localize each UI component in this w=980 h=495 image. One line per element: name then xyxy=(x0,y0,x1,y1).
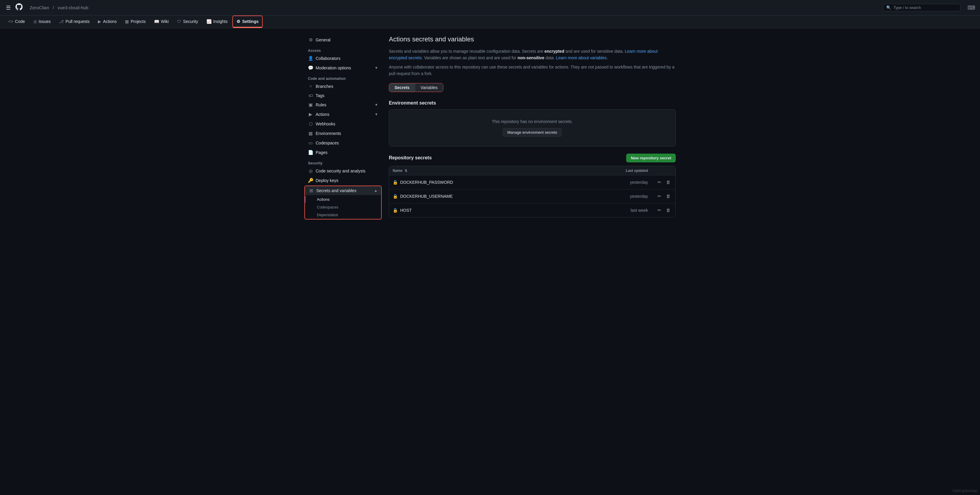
sidebar-sub-dependabot[interactable]: Dependabot xyxy=(305,211,381,219)
breadcrumb-repo[interactable]: vue3-cloud-hub xyxy=(58,5,88,10)
lock-icon: 🔒 xyxy=(393,180,398,185)
repo-secrets-header: Repository secrets New repository secret xyxy=(389,154,676,162)
table-row: 🔒 HOST last week ✏ 🗑 xyxy=(389,203,675,217)
sidebar-sub-actions[interactable]: Actions xyxy=(305,196,381,203)
pullrequest-icon: ⎇ xyxy=(59,19,64,24)
tab-settings[interactable]: ⚙ Settings xyxy=(233,16,262,27)
tab-issues[interactable]: ◎ Issues xyxy=(30,16,54,27)
tab-insights[interactable]: 📈 Insights xyxy=(203,16,231,27)
security-icon: 🛡 xyxy=(177,19,181,24)
nav-tabs: <> Code ◎ Issues ⎇ Pull requests ▶ Actio… xyxy=(0,16,980,28)
issues-icon: ◎ xyxy=(33,19,37,24)
sidebar-item-codespaces[interactable]: ▭ Codespaces xyxy=(304,139,382,147)
moderation-icon: 💬 xyxy=(308,65,313,70)
secret-actions: ✏ 🗑 xyxy=(655,206,672,214)
tab-security[interactable]: 🛡 Security xyxy=(173,16,202,27)
pages-icon: 📄 xyxy=(308,150,313,155)
sidebar-item-code-security[interactable]: ◎ Code security and analysis xyxy=(304,166,382,176)
insights-icon: 📈 xyxy=(207,19,212,24)
tab-code[interactable]: <> Code xyxy=(5,16,29,27)
delete-secret-button[interactable]: 🗑 xyxy=(665,206,672,214)
main-content: Actions secrets and variables Secrets an… xyxy=(389,35,676,225)
manage-env-secrets-button[interactable]: Manage environment secrets xyxy=(503,128,562,137)
table-row: 🔒 DOCKERHUB_PASSWORD yesterday ✏ 🗑 xyxy=(389,175,675,189)
rules-icon: ▣ xyxy=(308,102,313,107)
delete-secret-button[interactable]: 🗑 xyxy=(665,192,672,200)
code-security-icon: ◎ xyxy=(308,168,313,174)
tab-secrets-btn[interactable]: Secrets xyxy=(389,83,415,92)
sidebar-item-rules[interactable]: ▣ Rules ▼ xyxy=(304,101,382,109)
sidebar-item-webhooks[interactable]: ⬡ Webhooks xyxy=(304,120,382,128)
tab-pull-requests[interactable]: ⎇ Pull requests xyxy=(55,16,93,27)
col-actions-header xyxy=(652,166,675,176)
secrets-icon: ⊞ xyxy=(309,188,314,193)
environments-icon: ▦ xyxy=(308,131,313,136)
sidebar-item-deploy-keys[interactable]: 🔑 Deploy keys xyxy=(304,176,382,185)
watermark: CSDN @ZeroClian xyxy=(952,489,978,493)
sidebar-item-environments[interactable]: ▦ Environments xyxy=(304,129,382,138)
secret-actions: ✏ 🗑 xyxy=(655,179,672,186)
env-secrets-empty: This repository has no environment secre… xyxy=(389,110,675,146)
general-icon: ⚙ xyxy=(308,37,313,43)
settings-icon: ⚙ xyxy=(237,19,240,24)
sidebar-item-branches[interactable]: ⑂ Branches xyxy=(304,82,382,91)
env-secrets-title: Environment secrets xyxy=(389,101,676,106)
search-placeholder: Type / to search xyxy=(893,5,921,10)
sidebar-sub-codespaces[interactable]: Codespaces xyxy=(305,203,381,211)
projects-icon: ▦ xyxy=(125,19,129,24)
secret-name: DOCKERHUB_PASSWORD xyxy=(400,180,453,185)
breadcrumb-user[interactable]: ZeroClian xyxy=(30,5,49,10)
sort-icon: ⇅ xyxy=(405,169,407,172)
secret-name: DOCKERHUB_USERNAME xyxy=(400,194,453,199)
secret-name: HOST xyxy=(400,208,412,212)
env-secrets-empty-text: This repository has no environment secre… xyxy=(492,119,573,124)
sidebar-item-collaborators[interactable]: 👤 Collaborators xyxy=(304,54,382,63)
sidebar-item-moderation[interactable]: 💬 Moderation options ▼ xyxy=(304,64,382,72)
collaborators-icon: 👤 xyxy=(308,56,313,61)
lock-icon: 🔒 xyxy=(393,208,398,212)
secret-name-cell: 🔒 DOCKERHUB_PASSWORD xyxy=(393,180,568,185)
tab-actions[interactable]: ▶ Actions xyxy=(94,16,120,27)
chevron-down-icon: ▼ xyxy=(375,66,378,70)
actions-icon: ▶ xyxy=(98,19,101,24)
sidebar-item-secrets[interactable]: ⊞ Secrets and variables ▲ xyxy=(305,186,381,195)
edit-secret-button[interactable]: ✏ xyxy=(656,179,663,186)
chevron-up-icon: ▲ xyxy=(374,188,377,193)
delete-secret-button[interactable]: 🗑 xyxy=(665,179,672,186)
secrets-table: Name ⇅ Last updated 🔒 DOCKERHUB_PASSWORD… xyxy=(389,166,675,217)
tags-icon: 🏷 xyxy=(308,93,313,98)
col-name-header: Name ⇅ xyxy=(389,166,572,176)
sidebar-secrets-box: ⊞ Secrets and variables ▲ Actions Codesp… xyxy=(304,185,382,219)
env-secrets-box: This repository has no environment secre… xyxy=(389,109,676,147)
sidebar-item-pages[interactable]: 📄 Pages xyxy=(304,148,382,157)
table-row: 🔒 DOCKERHUB_USERNAME yesterday ✏ 🗑 xyxy=(389,189,675,203)
page-title: Actions secrets and variables xyxy=(389,35,676,43)
description-1: Secrets and variables allow you to manag… xyxy=(389,48,676,61)
hamburger-icon[interactable]: ☰ xyxy=(5,3,12,12)
terminal-icon[interactable]: ⌨ xyxy=(967,5,975,11)
repo-secrets-title: Repository secrets xyxy=(389,155,432,161)
edit-secret-button[interactable]: ✏ xyxy=(656,206,663,214)
sidebar-item-general[interactable]: ⚙ General xyxy=(304,35,382,45)
new-repository-secret-button[interactable]: New repository secret xyxy=(626,154,676,162)
branches-icon: ⑂ xyxy=(308,84,313,89)
tab-projects[interactable]: ▦ Projects xyxy=(121,16,150,27)
sidebar-section-security: Security xyxy=(304,158,382,166)
page-layout: ⚙ General Access 👤 Collaborators 💬 Moder… xyxy=(300,28,680,232)
lock-icon: 🔒 xyxy=(393,194,398,199)
breadcrumb: ZeroClian / vue3-cloud-hub xyxy=(29,5,89,10)
codespaces-icon: ▭ xyxy=(308,140,313,145)
chevron-down-icon: ▼ xyxy=(375,103,378,107)
tab-variables-btn[interactable]: Variables xyxy=(415,83,443,92)
secrets-variables-tabs: Secrets Variables xyxy=(389,83,443,92)
secret-name-cell: 🔒 HOST xyxy=(393,208,568,212)
tab-wiki[interactable]: 📖 Wiki xyxy=(151,16,172,27)
sidebar-item-actions[interactable]: ▶ Actions ▼ xyxy=(304,110,382,119)
search-bar[interactable]: 🔍 Type / to search xyxy=(883,4,960,11)
webhooks-icon: ⬡ xyxy=(308,121,313,126)
sidebar-item-tags[interactable]: 🏷 Tags xyxy=(304,91,382,100)
variables-link[interactable]: Learn more about variables xyxy=(556,55,607,60)
edit-secret-button[interactable]: ✏ xyxy=(656,192,663,200)
secret-actions: ✏ 🗑 xyxy=(655,192,672,200)
actions-sidebar-icon: ▶ xyxy=(308,112,313,117)
